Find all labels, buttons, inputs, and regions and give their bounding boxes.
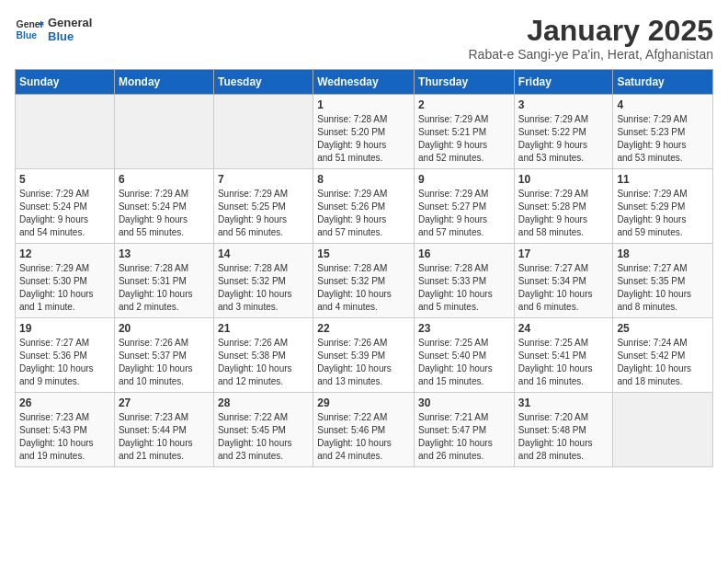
- day-number: 22: [317, 322, 410, 335]
- calendar-cell: 25Sunrise: 7:24 AM Sunset: 5:42 PM Dayli…: [613, 318, 713, 393]
- svg-text:Blue: Blue: [17, 30, 38, 40]
- weekday-header-monday: Monday: [114, 70, 213, 95]
- day-number: 10: [518, 173, 609, 186]
- page-header: General Blue General Blue January 2025 R…: [15, 15, 713, 62]
- calendar-week-5: 26Sunrise: 7:23 AM Sunset: 5:43 PM Dayli…: [16, 393, 713, 467]
- day-number: 29: [317, 396, 410, 409]
- day-detail: Sunrise: 7:29 AM Sunset: 5:21 PM Dayligh…: [418, 113, 510, 165]
- day-detail: Sunrise: 7:26 AM Sunset: 5:38 PM Dayligh…: [218, 337, 309, 388]
- calendar-cell: 29Sunrise: 7:22 AM Sunset: 5:46 PM Dayli…: [313, 393, 415, 467]
- day-number: 15: [317, 247, 410, 260]
- calendar-cell: [613, 393, 713, 467]
- calendar-cell: 30Sunrise: 7:21 AM Sunset: 5:47 PM Dayli…: [415, 393, 515, 467]
- day-detail: Sunrise: 7:28 AM Sunset: 5:20 PM Dayligh…: [317, 113, 410, 165]
- day-detail: Sunrise: 7:29 AM Sunset: 5:24 PM Dayligh…: [119, 188, 210, 239]
- day-detail: Sunrise: 7:29 AM Sunset: 5:27 PM Dayligh…: [418, 188, 510, 239]
- day-number: 12: [19, 247, 110, 260]
- day-number: 28: [218, 396, 309, 409]
- calendar-title: January 2025: [469, 15, 714, 47]
- calendar-cell: 21Sunrise: 7:26 AM Sunset: 5:38 PM Dayli…: [213, 318, 313, 393]
- day-detail: Sunrise: 7:27 AM Sunset: 5:36 PM Dayligh…: [19, 337, 110, 388]
- calendar-header: SundayMondayTuesdayWednesdayThursdayFrid…: [16, 70, 713, 95]
- day-number: 2: [418, 98, 510, 111]
- day-detail: Sunrise: 7:26 AM Sunset: 5:37 PM Dayligh…: [119, 337, 210, 388]
- day-detail: Sunrise: 7:28 AM Sunset: 5:31 PM Dayligh…: [119, 262, 210, 314]
- day-detail: Sunrise: 7:26 AM Sunset: 5:39 PM Dayligh…: [317, 337, 410, 388]
- calendar-cell: 8Sunrise: 7:29 AM Sunset: 5:26 PM Daylig…: [313, 169, 415, 244]
- weekday-header-thursday: Thursday: [415, 70, 515, 95]
- day-detail: Sunrise: 7:20 AM Sunset: 5:48 PM Dayligh…: [518, 411, 609, 463]
- day-number: 31: [518, 396, 609, 409]
- day-detail: Sunrise: 7:28 AM Sunset: 5:32 PM Dayligh…: [317, 262, 410, 314]
- calendar-table: SundayMondayTuesdayWednesdayThursdayFrid…: [15, 69, 713, 467]
- weekday-header-wednesday: Wednesday: [313, 70, 415, 95]
- day-number: 4: [617, 98, 709, 111]
- calendar-cell: 16Sunrise: 7:28 AM Sunset: 5:33 PM Dayli…: [415, 244, 515, 318]
- calendar-body: 1Sunrise: 7:28 AM Sunset: 5:20 PM Daylig…: [16, 95, 713, 467]
- calendar-cell: [213, 95, 313, 169]
- weekday-header-saturday: Saturday: [613, 70, 713, 95]
- day-number: 17: [518, 247, 609, 260]
- day-detail: Sunrise: 7:27 AM Sunset: 5:35 PM Dayligh…: [617, 262, 709, 314]
- day-number: 19: [19, 322, 110, 335]
- day-number: 21: [218, 322, 309, 335]
- day-number: 30: [418, 396, 510, 409]
- day-number: 8: [317, 173, 410, 186]
- calendar-cell: 19Sunrise: 7:27 AM Sunset: 5:36 PM Dayli…: [16, 318, 115, 393]
- weekday-header-tuesday: Tuesday: [213, 70, 313, 95]
- day-detail: Sunrise: 7:24 AM Sunset: 5:42 PM Dayligh…: [617, 337, 709, 388]
- calendar-cell: 11Sunrise: 7:29 AM Sunset: 5:29 PM Dayli…: [613, 169, 713, 244]
- calendar-cell: 17Sunrise: 7:27 AM Sunset: 5:34 PM Dayli…: [514, 244, 613, 318]
- calendar-cell: 15Sunrise: 7:28 AM Sunset: 5:32 PM Dayli…: [313, 244, 415, 318]
- logo-icon: General Blue: [15, 15, 44, 44]
- calendar-cell: 5Sunrise: 7:29 AM Sunset: 5:24 PM Daylig…: [16, 169, 115, 244]
- calendar-cell: 6Sunrise: 7:29 AM Sunset: 5:24 PM Daylig…: [114, 169, 213, 244]
- calendar-cell: 1Sunrise: 7:28 AM Sunset: 5:20 PM Daylig…: [313, 95, 415, 169]
- day-number: 14: [218, 247, 309, 260]
- logo: General Blue General Blue: [15, 15, 92, 44]
- calendar-cell: 9Sunrise: 7:29 AM Sunset: 5:27 PM Daylig…: [415, 169, 515, 244]
- calendar-cell: 20Sunrise: 7:26 AM Sunset: 5:37 PM Dayli…: [114, 318, 213, 393]
- logo-blue-text: Blue: [48, 29, 92, 43]
- day-number: 27: [119, 396, 210, 409]
- day-detail: Sunrise: 7:22 AM Sunset: 5:45 PM Dayligh…: [218, 411, 309, 463]
- day-number: 16: [418, 247, 510, 260]
- calendar-cell: 14Sunrise: 7:28 AM Sunset: 5:32 PM Dayli…: [213, 244, 313, 318]
- day-detail: Sunrise: 7:22 AM Sunset: 5:46 PM Dayligh…: [317, 411, 410, 463]
- day-number: 26: [19, 396, 110, 409]
- day-detail: Sunrise: 7:29 AM Sunset: 5:28 PM Dayligh…: [518, 188, 609, 239]
- weekday-header-friday: Friday: [514, 70, 613, 95]
- day-detail: Sunrise: 7:29 AM Sunset: 5:30 PM Dayligh…: [19, 262, 110, 314]
- calendar-subtitle: Rabat-e Sangi-ye Pa'in, Herat, Afghanist…: [469, 47, 714, 62]
- day-number: 13: [119, 247, 210, 260]
- day-number: 7: [218, 173, 309, 186]
- weekday-row: SundayMondayTuesdayWednesdayThursdayFrid…: [16, 70, 713, 95]
- calendar-week-2: 5Sunrise: 7:29 AM Sunset: 5:24 PM Daylig…: [16, 169, 713, 244]
- calendar-cell: 28Sunrise: 7:22 AM Sunset: 5:45 PM Dayli…: [213, 393, 313, 467]
- day-detail: Sunrise: 7:23 AM Sunset: 5:44 PM Dayligh…: [119, 411, 210, 463]
- day-detail: Sunrise: 7:29 AM Sunset: 5:26 PM Dayligh…: [317, 188, 410, 239]
- day-detail: Sunrise: 7:21 AM Sunset: 5:47 PM Dayligh…: [418, 411, 510, 463]
- day-number: 6: [119, 173, 210, 186]
- calendar-cell: 7Sunrise: 7:29 AM Sunset: 5:25 PM Daylig…: [213, 169, 313, 244]
- calendar-cell: 26Sunrise: 7:23 AM Sunset: 5:43 PM Dayli…: [16, 393, 115, 467]
- calendar-cell: 23Sunrise: 7:25 AM Sunset: 5:40 PM Dayli…: [415, 318, 515, 393]
- day-number: 11: [617, 173, 709, 186]
- calendar-cell: 18Sunrise: 7:27 AM Sunset: 5:35 PM Dayli…: [613, 244, 713, 318]
- day-detail: Sunrise: 7:29 AM Sunset: 5:24 PM Dayligh…: [19, 188, 110, 239]
- calendar-week-4: 19Sunrise: 7:27 AM Sunset: 5:36 PM Dayli…: [16, 318, 713, 393]
- weekday-header-sunday: Sunday: [16, 70, 115, 95]
- day-detail: Sunrise: 7:29 AM Sunset: 5:23 PM Dayligh…: [617, 113, 709, 165]
- calendar-cell: [114, 95, 213, 169]
- title-block: January 2025 Rabat-e Sangi-ye Pa'in, Her…: [469, 15, 714, 62]
- day-number: 9: [418, 173, 510, 186]
- day-detail: Sunrise: 7:27 AM Sunset: 5:34 PM Dayligh…: [518, 262, 609, 314]
- calendar-cell: [16, 95, 115, 169]
- calendar-cell: 31Sunrise: 7:20 AM Sunset: 5:48 PM Dayli…: [514, 393, 613, 467]
- day-number: 3: [518, 98, 609, 111]
- day-number: 25: [617, 322, 709, 335]
- calendar-cell: 4Sunrise: 7:29 AM Sunset: 5:23 PM Daylig…: [613, 95, 713, 169]
- calendar-week-1: 1Sunrise: 7:28 AM Sunset: 5:20 PM Daylig…: [16, 95, 713, 169]
- calendar-cell: 3Sunrise: 7:29 AM Sunset: 5:22 PM Daylig…: [514, 95, 613, 169]
- day-detail: Sunrise: 7:25 AM Sunset: 5:41 PM Dayligh…: [518, 337, 609, 388]
